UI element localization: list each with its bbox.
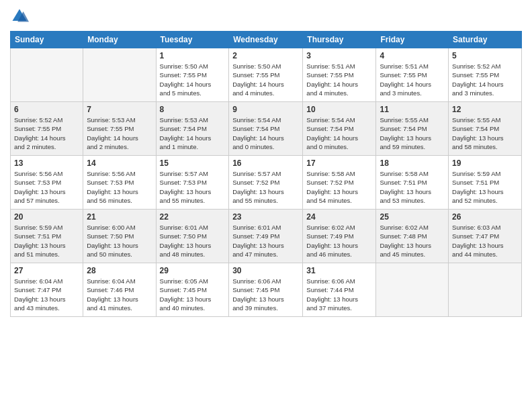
weekday-header-friday: Friday [376, 32, 449, 48]
day-number: 15 [160, 158, 226, 168]
calendar-cell [83, 48, 156, 102]
day-info: Sunrise: 6:01 AM Sunset: 7:50 PM Dayligh… [160, 223, 226, 259]
day-number: 5 [452, 51, 518, 60]
day-number: 8 [160, 105, 226, 114]
weekday-header-thursday: Thursday [303, 32, 376, 48]
calendar-cell [11, 48, 83, 102]
calendar-cell: 1Sunrise: 5:50 AM Sunset: 7:55 PM Daylig… [156, 48, 229, 102]
calendar-cell: 19Sunrise: 5:59 AM Sunset: 7:51 PM Dayli… [449, 156, 522, 210]
calendar-cell: 29Sunrise: 6:05 AM Sunset: 7:45 PM Dayli… [156, 263, 229, 317]
calendar-cell: 16Sunrise: 5:57 AM Sunset: 7:52 PM Dayli… [229, 156, 303, 210]
day-info: Sunrise: 6:04 AM Sunset: 7:46 PM Dayligh… [87, 277, 152, 312]
day-number: 9 [232, 105, 299, 114]
calendar-cell: 12Sunrise: 5:55 AM Sunset: 7:54 PM Dayli… [449, 102, 522, 156]
page: SundayMondayTuesdayWednesdayThursdayFrid… [0, 0, 532, 411]
calendar-cell: 26Sunrise: 6:03 AM Sunset: 7:47 PM Dayli… [449, 210, 522, 263]
day-number: 27 [14, 266, 79, 275]
day-number: 26 [452, 212, 518, 222]
day-info: Sunrise: 5:53 AM Sunset: 7:54 PM Dayligh… [160, 116, 226, 151]
day-number: 13 [14, 158, 79, 168]
calendar-cell: 8Sunrise: 5:53 AM Sunset: 7:54 PM Daylig… [156, 102, 229, 156]
day-number: 21 [87, 212, 152, 222]
week-row-1: 1Sunrise: 5:50 AM Sunset: 7:55 PM Daylig… [11, 48, 522, 102]
calendar-cell: 20Sunrise: 5:59 AM Sunset: 7:51 PM Dayli… [11, 210, 83, 263]
day-number: 2 [232, 51, 299, 60]
day-number: 4 [380, 51, 445, 60]
day-info: Sunrise: 5:51 AM Sunset: 7:55 PM Dayligh… [380, 62, 445, 97]
calendar-cell: 10Sunrise: 5:54 AM Sunset: 7:54 PM Dayli… [303, 102, 376, 156]
day-number: 23 [232, 212, 299, 222]
day-info: Sunrise: 5:58 AM Sunset: 7:52 PM Dayligh… [306, 169, 372, 205]
calendar-cell [376, 263, 449, 317]
day-number: 3 [306, 51, 372, 60]
calendar-cell: 31Sunrise: 6:06 AM Sunset: 7:44 PM Dayli… [303, 263, 376, 317]
day-number: 10 [306, 105, 372, 114]
day-info: Sunrise: 6:02 AM Sunset: 7:49 PM Dayligh… [306, 223, 372, 259]
day-number: 19 [452, 158, 518, 168]
day-info: Sunrise: 6:01 AM Sunset: 7:49 PM Dayligh… [232, 223, 299, 259]
calendar-cell: 6Sunrise: 5:52 AM Sunset: 7:55 PM Daylig… [11, 102, 83, 156]
day-number: 14 [87, 158, 152, 168]
calendar-cell: 17Sunrise: 5:58 AM Sunset: 7:52 PM Dayli… [303, 156, 376, 210]
weekday-header-wednesday: Wednesday [229, 32, 303, 48]
day-number: 18 [380, 158, 445, 168]
day-info: Sunrise: 5:56 AM Sunset: 7:53 PM Dayligh… [14, 169, 79, 205]
logo [10, 7, 32, 26]
day-number: 11 [380, 105, 445, 114]
week-row-2: 6Sunrise: 5:52 AM Sunset: 7:55 PM Daylig… [11, 102, 522, 156]
calendar-cell: 15Sunrise: 5:57 AM Sunset: 7:53 PM Dayli… [156, 156, 229, 210]
day-number: 6 [14, 105, 79, 114]
day-info: Sunrise: 6:00 AM Sunset: 7:50 PM Dayligh… [87, 223, 152, 259]
day-info: Sunrise: 5:54 AM Sunset: 7:54 PM Dayligh… [306, 116, 372, 151]
calendar-cell: 3Sunrise: 5:51 AM Sunset: 7:55 PM Daylig… [303, 48, 376, 102]
calendar-cell: 7Sunrise: 5:53 AM Sunset: 7:55 PM Daylig… [83, 102, 156, 156]
calendar-cell: 4Sunrise: 5:51 AM Sunset: 7:55 PM Daylig… [376, 48, 449, 102]
day-info: Sunrise: 6:02 AM Sunset: 7:48 PM Dayligh… [380, 223, 445, 259]
day-number: 22 [160, 212, 226, 222]
day-number: 17 [306, 158, 372, 168]
weekday-header-row: SundayMondayTuesdayWednesdayThursdayFrid… [11, 32, 522, 48]
calendar-cell: 2Sunrise: 5:50 AM Sunset: 7:55 PM Daylig… [229, 48, 303, 102]
day-info: Sunrise: 6:06 AM Sunset: 7:45 PM Dayligh… [232, 277, 299, 312]
calendar: SundayMondayTuesdayWednesdayThursdayFrid… [10, 31, 522, 317]
day-number: 25 [380, 212, 445, 222]
day-number: 31 [306, 266, 372, 275]
day-info: Sunrise: 5:57 AM Sunset: 7:52 PM Dayligh… [232, 169, 299, 205]
day-info: Sunrise: 6:04 AM Sunset: 7:47 PM Dayligh… [14, 277, 79, 312]
calendar-cell: 24Sunrise: 6:02 AM Sunset: 7:49 PM Dayli… [303, 210, 376, 263]
calendar-cell: 14Sunrise: 5:56 AM Sunset: 7:53 PM Dayli… [83, 156, 156, 210]
day-number: 29 [160, 266, 226, 275]
logo-icon [10, 7, 29, 26]
calendar-cell: 13Sunrise: 5:56 AM Sunset: 7:53 PM Dayli… [11, 156, 83, 210]
day-info: Sunrise: 6:05 AM Sunset: 7:45 PM Dayligh… [160, 277, 226, 312]
weekday-header-monday: Monday [83, 32, 156, 48]
calendar-cell: 22Sunrise: 6:01 AM Sunset: 7:50 PM Dayli… [156, 210, 229, 263]
weekday-header-sunday: Sunday [11, 32, 83, 48]
day-number: 1 [160, 51, 226, 60]
calendar-cell: 21Sunrise: 6:00 AM Sunset: 7:50 PM Dayli… [83, 210, 156, 263]
calendar-cell: 25Sunrise: 6:02 AM Sunset: 7:48 PM Dayli… [376, 210, 449, 263]
calendar-cell [449, 263, 522, 317]
calendar-cell: 18Sunrise: 5:58 AM Sunset: 7:51 PM Dayli… [376, 156, 449, 210]
calendar-cell: 11Sunrise: 5:55 AM Sunset: 7:54 PM Dayli… [376, 102, 449, 156]
day-info: Sunrise: 5:52 AM Sunset: 7:55 PM Dayligh… [14, 116, 79, 151]
day-info: Sunrise: 6:06 AM Sunset: 7:44 PM Dayligh… [306, 277, 372, 312]
week-row-3: 13Sunrise: 5:56 AM Sunset: 7:53 PM Dayli… [11, 156, 522, 210]
day-number: 24 [306, 212, 372, 222]
calendar-cell: 28Sunrise: 6:04 AM Sunset: 7:46 PM Dayli… [83, 263, 156, 317]
day-info: Sunrise: 5:50 AM Sunset: 7:55 PM Dayligh… [232, 62, 299, 97]
day-info: Sunrise: 5:52 AM Sunset: 7:55 PM Dayligh… [452, 62, 518, 97]
day-number: 7 [87, 105, 152, 114]
weekday-header-saturday: Saturday [449, 32, 522, 48]
week-row-5: 27Sunrise: 6:04 AM Sunset: 7:47 PM Dayli… [11, 263, 522, 317]
day-info: Sunrise: 5:53 AM Sunset: 7:55 PM Dayligh… [87, 116, 152, 151]
day-number: 28 [87, 266, 152, 275]
day-info: Sunrise: 5:55 AM Sunset: 7:54 PM Dayligh… [452, 116, 518, 151]
day-info: Sunrise: 5:59 AM Sunset: 7:51 PM Dayligh… [452, 169, 518, 205]
day-info: Sunrise: 5:54 AM Sunset: 7:54 PM Dayligh… [232, 116, 299, 151]
week-row-4: 20Sunrise: 5:59 AM Sunset: 7:51 PM Dayli… [11, 210, 522, 263]
calendar-cell: 5Sunrise: 5:52 AM Sunset: 7:55 PM Daylig… [449, 48, 522, 102]
day-number: 12 [452, 105, 518, 114]
day-number: 20 [14, 212, 79, 222]
header [10, 7, 522, 26]
